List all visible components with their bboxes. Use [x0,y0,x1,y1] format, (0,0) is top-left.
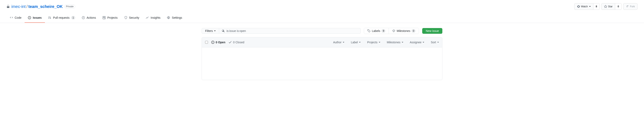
closed-issues-tab[interactable]: 0 Closed [228,41,244,44]
caret-down-icon [214,30,216,31]
pulls-count-badge: 1 [71,16,75,20]
new-issue-button[interactable]: New issue [422,28,442,34]
star-button[interactable]: Star [601,3,615,10]
labels-count-badge: 9 [381,29,386,33]
visibility-badge: Private [64,4,75,8]
search-icon [222,29,225,32]
caret-down-icon [589,6,591,7]
open-count-label: 0 Open [216,41,225,44]
repo-link[interactable]: team_scheire_OK [28,4,63,9]
watch-count[interactable]: 8 [594,3,600,10]
milestones-count-badge: 0 [412,29,416,33]
owner-link[interactable]: imec-int [12,4,26,9]
milestones-label: Milestones [396,29,410,32]
open-issues-tab[interactable]: 0 Open [211,41,225,44]
tab-security[interactable]: Security [121,13,143,23]
filter-milestones[interactable]: Milestones [387,41,403,44]
tab-projects[interactable]: Projects [99,13,121,23]
tab-issues-label: Issues [33,15,42,21]
caret-down-icon [437,42,439,43]
tab-pull-requests[interactable]: Pull requests 1 [45,13,78,23]
fork-label: Fork [630,4,635,8]
svg-point-2 [368,30,368,30]
labels-label: Labels [372,29,380,32]
caret-down-icon [359,42,360,43]
caret-down-icon [343,42,344,43]
tab-settings-label: Settings [172,15,182,21]
filter-label[interactable]: Label [351,41,360,44]
tab-settings[interactable]: Settings [164,13,186,23]
star-count[interactable]: 0 [615,3,622,10]
filter-sort[interactable]: Sort [431,41,439,44]
watch-label: Watch [581,4,588,8]
path-separator: / [26,4,28,9]
filters-label: Filters [205,29,213,32]
filter-assignee[interactable]: Assignee [410,41,424,44]
select-all-checkbox[interactable] [205,41,208,44]
tab-code[interactable]: Code [6,13,24,23]
new-issue-label: New issue [426,29,439,32]
tab-insights-label: Insights [151,15,160,21]
closed-count-label: 0 Closed [233,41,244,44]
star-label: Star [608,4,612,8]
search-input-wrap[interactable] [219,28,360,34]
tab-code-label: Code [15,15,21,21]
svg-rect-1 [103,16,105,19]
filter-projects[interactable]: Projects [367,41,380,44]
filters-button[interactable]: Filters [202,28,219,34]
watch-button[interactable]: Watch [574,3,594,10]
issue-list-empty [202,47,442,80]
labels-button[interactable]: Labels 9 [364,28,389,34]
fork-button[interactable]: Fork [623,3,638,10]
tab-projects-label: Projects [107,15,118,21]
search-input[interactable] [226,29,358,32]
lock-icon [6,5,10,8]
milestones-button[interactable]: Milestones 0 [389,28,419,34]
caret-down-icon [402,42,403,43]
tab-actions[interactable]: Actions [78,13,99,23]
caret-down-icon [422,42,424,43]
filter-author[interactable]: Author [333,41,344,44]
caret-down-icon [379,42,380,43]
tab-pulls-label: Pull requests [53,15,70,21]
tab-issues[interactable]: Issues [24,13,45,23]
tab-insights[interactable]: Insights [142,13,164,23]
tab-security-label: Security [129,15,140,21]
tab-actions-label: Actions [86,15,96,21]
